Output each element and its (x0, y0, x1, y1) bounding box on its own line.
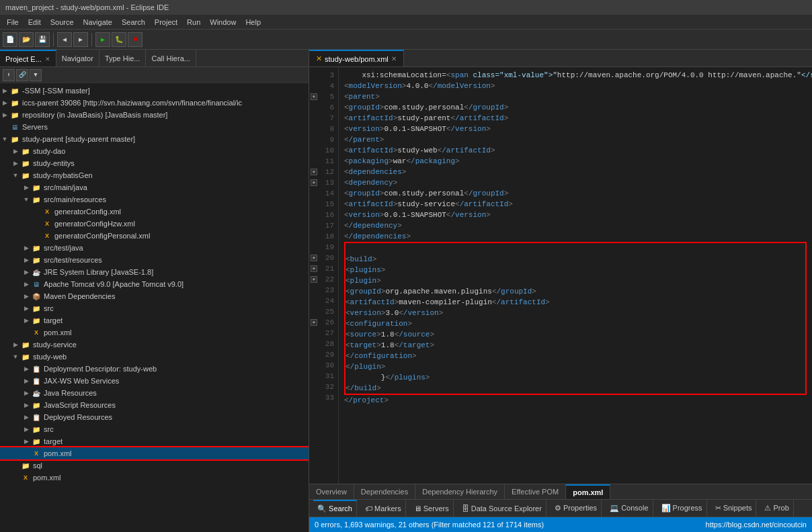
collapse-btn-26[interactable]: ● (311, 319, 317, 326)
tree-label-32: pom.xml (33, 474, 309, 482)
tree-view[interactable]: ▶📁-SSM [-SSM master]▶📁iccs-parent 39086 … (0, 83, 309, 532)
pom-tab-dependency-hierarchy[interactable]: Dependency Hierarchy (415, 484, 505, 499)
toolbar-save[interactable]: 💾 (35, 32, 50, 47)
bottom-tab----servers[interactable]: 🖥 Servers (410, 500, 454, 517)
tree-item-31[interactable]: 📁sql (0, 459, 309, 472)
tree-item-25[interactable]: ▶☕Java Resources (0, 387, 309, 399)
tab-type-hierarchy[interactable]: Type Hie... (99, 50, 147, 66)
tree-item-1[interactable]: ▶📁iccs-parent 39086 [http://svn.haiziwan… (0, 97, 309, 109)
menu-item-navigate[interactable]: Navigate (79, 17, 116, 28)
bottom-tab---snippets[interactable]: ✂ Snippets (711, 500, 757, 517)
tree-item-9[interactable]: ▼📁src/main/resources (0, 193, 309, 206)
tab-project-explorer-close[interactable]: ✕ (45, 56, 50, 62)
tree-item-4[interactable]: ▼📁study-parent [study-parent master] (0, 133, 309, 145)
tree-item-14[interactable]: ▶📁src/test/resources (0, 254, 309, 266)
menu-item-window[interactable]: Window (206, 17, 240, 28)
line-num-22: ●22 (309, 274, 338, 285)
toolbar-stop[interactable]: ■ (128, 32, 143, 47)
menu-item-source[interactable]: Source (46, 17, 78, 28)
tree-item-15[interactable]: ▶☕JRE System Library [JavaSE-1.8] (0, 266, 309, 278)
tree-icon-30: X (31, 448, 42, 459)
tree-icon-23: 📋 (31, 363, 42, 374)
tree-item-16[interactable]: ▶🖥Apache Tomcat v9.0 [Apache Tomcat v9.0… (0, 278, 309, 290)
tab-project-explorer[interactable]: Project E... ✕ (0, 50, 56, 66)
toolbar-open[interactable]: 📂 (19, 32, 34, 47)
code-content[interactable]: xsi:schemaLocation=<span class="xml-valu… (339, 67, 812, 484)
menu-item-run[interactable]: Run (183, 17, 204, 28)
editor-tab-pom[interactable]: ✕ study-web/pom.xml ✕ (309, 50, 404, 66)
tree-arrow: ▶ (11, 341, 20, 348)
tree-item-32[interactable]: Xpom.xml (0, 472, 309, 484)
line-num-20: ●20 (309, 253, 338, 263)
tree-item-13[interactable]: ▶📁src/test/java (0, 242, 309, 254)
toolbar-new[interactable]: 📄 (3, 32, 17, 47)
tree-item-24[interactable]: ▶📋JAX-WS Web Services (0, 375, 309, 387)
pom-tab-overview[interactable]: Overview (309, 484, 354, 499)
tree-item-17[interactable]: ▶📦Maven Dependencies (0, 290, 309, 302)
toolbar-back[interactable]: ◀ (57, 32, 72, 47)
menu-item-help[interactable]: Help (241, 17, 265, 28)
pom-tab-dependencies[interactable]: Dependencies (354, 484, 415, 499)
menu-item-edit[interactable]: Edit (24, 17, 45, 28)
tree-item-12[interactable]: XgeneratorConfigPersonal.xml (0, 230, 309, 242)
pom-tab-effective-pom[interactable]: Effective POM (505, 484, 566, 499)
tree-item-3[interactable]: 🖥Servers (0, 121, 309, 133)
code-line-13: <dependency> (344, 177, 807, 188)
tab-call-hierarchy[interactable]: Call Hiera... (146, 50, 196, 66)
tab-type-hierarchy-label: Type Hie... (105, 54, 140, 62)
pom-tab-pom.xml[interactable]: pom.xml (566, 484, 610, 499)
tree-item-18[interactable]: ▶📁src (0, 302, 309, 314)
line-num-23: 23 (309, 285, 338, 296)
tree-item-5[interactable]: ▶📁study-dao (0, 145, 309, 157)
collapse-btn-12[interactable]: ● (311, 169, 317, 175)
tree-item-7[interactable]: ▼📁study-mybatisGen (0, 169, 309, 181)
collapse-btn-21[interactable]: ● (311, 265, 317, 272)
tree-collapse-all[interactable]: ⬆ (3, 69, 15, 81)
menu-item-search[interactable]: Search (118, 17, 149, 28)
bottom-tab----console[interactable]: 💻 Console (606, 500, 653, 517)
tree-item-27[interactable]: ▶📋Deployed Resources (0, 411, 309, 423)
tree-item-22[interactable]: ▼📁study-web (0, 351, 309, 363)
line-num-21: ●21 (309, 263, 338, 274)
tree-item-2[interactable]: ▶📁repository (in JavaBasis) [JavaBasis m… (0, 109, 309, 121)
bottom-tab----progress[interactable]: 📊 Progress (657, 500, 707, 517)
tree-item-21[interactable]: ▶📁study-service (0, 339, 309, 351)
bottom-tab---properties[interactable]: ⚙ Properties (551, 500, 602, 517)
tree-item-10[interactable]: XgeneratorConfig.xml (0, 206, 309, 218)
collapse-btn-13[interactable]: ● (311, 179, 317, 186)
tree-item-20[interactable]: Xpom.xml (0, 326, 309, 339)
tree-item-19[interactable]: ▶📁target (0, 314, 309, 326)
title-bar: maven_project - study-web/pom.xml - Ecli… (0, 0, 812, 15)
bottom-tab----markers[interactable]: 🏷 Markers (361, 500, 406, 517)
menu-item-file[interactable]: File (3, 17, 23, 28)
collapse-btn-20[interactable]: ● (311, 255, 317, 261)
tree-link-editor[interactable]: 🔗 (16, 69, 28, 81)
collapse-btn-22[interactable]: ● (311, 276, 317, 283)
tree-item-8[interactable]: ▶📁src/main/java (0, 181, 309, 193)
bottom-tab----data-source-explorer[interactable]: 🗄 Data Source Explorer (458, 500, 546, 517)
bottom-tab----search[interactable]: 🔍 Search (313, 500, 357, 517)
editor-tab-pom-close[interactable]: ✕ (391, 55, 397, 62)
line-num-33: 33 (309, 392, 338, 403)
tree-item-30[interactable]: Xpom.xml (0, 447, 309, 459)
tree-item-28[interactable]: ▶📁src (0, 423, 309, 435)
tree-menu[interactable]: ▼ (30, 69, 42, 81)
line-num-27: 27 (309, 328, 338, 339)
toolbar-run[interactable]: ▶ (95, 32, 110, 47)
code-line-20: <build> (346, 254, 805, 265)
collapse-btn-5[interactable]: ● (311, 93, 317, 100)
menu-item-project[interactable]: Project (151, 17, 181, 28)
tree-item-26[interactable]: ▶📁JavaScript Resources (0, 399, 309, 411)
tree-arrow: ▶ (22, 184, 31, 191)
tab-navigator[interactable]: Navigator (56, 50, 99, 66)
tree-item-23[interactable]: ▶📋Deployment Descriptor: study-web (0, 363, 309, 375)
tree-item-29[interactable]: ▶📁target (0, 435, 309, 447)
tree-item-6[interactable]: ▶📁study-entitys (0, 157, 309, 169)
toolbar-forward[interactable]: ▶ (73, 32, 88, 47)
bottom-tab---prob[interactable]: ⚠ Prob (760, 500, 793, 517)
tree-item-11[interactable]: XgeneratorConfigHzw.xml (0, 218, 309, 230)
tree-item-0[interactable]: ▶📁-SSM [-SSM master] (0, 85, 309, 97)
toolbar-debug[interactable]: 🐛 (112, 32, 126, 47)
line-num-24: 24 (309, 296, 338, 306)
tree-arrow: ▶ (11, 148, 20, 154)
